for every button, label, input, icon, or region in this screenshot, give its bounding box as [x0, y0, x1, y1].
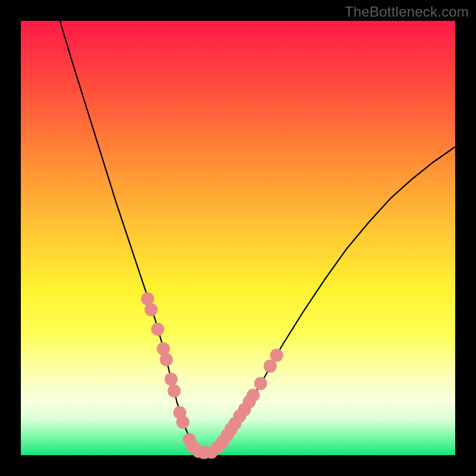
marker-dot [145, 303, 158, 316]
marker-dot [160, 353, 173, 366]
marker-layer [141, 292, 283, 459]
chart-svg [21, 21, 455, 455]
marker-dot [254, 377, 267, 390]
marker-dot [247, 389, 260, 402]
watermark-text: TheBottleneck.com [345, 4, 469, 20]
marker-dot [264, 359, 277, 372]
marker-dot [270, 349, 283, 362]
marker-dot [176, 416, 189, 429]
chart-frame: TheBottleneck.com [0, 0, 476, 476]
marker-dot [165, 372, 178, 386]
marker-dot [151, 322, 164, 336]
marker-dot [168, 384, 181, 397]
